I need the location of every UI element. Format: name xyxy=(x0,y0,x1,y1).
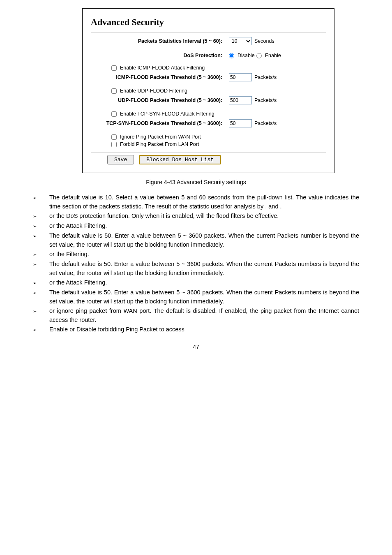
tcp-thresh-input[interactable] xyxy=(229,119,252,127)
bullet-item: ➢ or the Filtering. xyxy=(33,250,359,259)
document-page: Advanced Security Packets Statistics Int… xyxy=(0,0,392,358)
row-ignore-wan: Ignore Ping Packet From WAN Port xyxy=(91,133,326,141)
label-tcp-thresh: TCP-SYN-FLOOD Packets Threshold (5 ~ 360… xyxy=(91,120,229,126)
ignore-wan-label: Ignore Ping Packet From WAN Port xyxy=(120,134,201,140)
bullet-body: or the Filtering. xyxy=(49,250,359,259)
bullet-item: ➢ or the DoS protection function. Only w… xyxy=(33,211,359,221)
value-stats-interval: 10 Seconds xyxy=(229,37,274,45)
bullet-marker: ➢ xyxy=(33,211,49,221)
bullet-marker: ➢ xyxy=(33,278,49,288)
bullet-item: ➢ or the Attack Filtering. xyxy=(33,278,359,288)
row-icmp-enable: Enable ICMP-FLOOD Attack Filtering xyxy=(91,64,326,72)
bullet-body: or the Attack Filtering. xyxy=(49,221,359,231)
save-button[interactable]: Save xyxy=(107,155,134,164)
bullet-item: ➢ The default value is 50. Enter a value… xyxy=(33,288,359,306)
bullet-marker: ➢ xyxy=(33,231,49,250)
value-udp-thresh: Packets/s xyxy=(229,96,277,104)
icmp-enable-label: Enable ICMP-FLOOD Attack Filtering xyxy=(120,65,205,71)
dos-disable-option[interactable]: Disable xyxy=(229,53,255,58)
value-tcp-thresh: Packets/s xyxy=(229,119,277,127)
ignore-wan-checkbox[interactable] xyxy=(111,134,117,140)
stats-interval-unit: Seconds xyxy=(254,38,274,44)
bullet-marker: ➢ xyxy=(33,259,49,278)
value-icmp-thresh: Packets/s xyxy=(229,73,277,81)
dos-disable-radio[interactable] xyxy=(229,53,234,58)
bullet-body: The default value is 50. Enter a value b… xyxy=(49,259,359,278)
bullet-item: ➢ Enable or Disable forbidding Ping Pack… xyxy=(33,325,359,335)
bullet-marker: ➢ xyxy=(33,221,49,231)
button-row: Save Blocked Dos Host List xyxy=(91,155,326,164)
udp-enable-label: Enable UDP-FLOOD Filtering xyxy=(120,88,187,94)
bullet-item: ➢ or ignore ping packet from WAN port. T… xyxy=(33,306,359,325)
bullet-marker: ➢ xyxy=(33,288,49,306)
bullet-list: ➢ The default value is 10. Select a valu… xyxy=(33,193,359,335)
icmp-thresh-unit: Packets/s xyxy=(254,74,277,80)
dos-enable-option[interactable]: Enable xyxy=(256,53,281,58)
panel-title: Advanced Security xyxy=(91,17,326,28)
advanced-security-panel: Advanced Security Packets Statistics Int… xyxy=(82,8,334,173)
label-dos: DoS Protection: xyxy=(91,53,229,58)
row-tcp-threshold: TCP-SYN-FLOOD Packets Threshold (5 ~ 360… xyxy=(91,118,326,129)
divider xyxy=(91,152,326,153)
bullet-body: Enable or Disable forbidding Ping Packet… xyxy=(49,325,359,335)
dos-enable-label: Enable xyxy=(265,53,281,58)
udp-thresh-unit: Packets/s xyxy=(254,97,277,103)
bullet-body: or the DoS protection function. Only whe… xyxy=(49,211,359,221)
page-number: 47 xyxy=(33,344,359,350)
label-stats-interval: Packets Statistics Interval (5 ~ 60): xyxy=(91,38,229,44)
dos-disable-label: Disable xyxy=(238,53,255,58)
label-icmp-thresh: ICMP-FLOOD Packets Threshold (5 ~ 3600): xyxy=(91,74,229,80)
row-icmp-threshold: ICMP-FLOOD Packets Threshold (5 ~ 3600):… xyxy=(91,72,326,83)
bullet-item: ➢ The default value is 50. Enter a value… xyxy=(33,231,359,250)
bullet-marker: ➢ xyxy=(33,250,49,259)
row-udp-enable: Enable UDP-FLOOD Filtering xyxy=(91,87,326,95)
bullet-marker: ➢ xyxy=(33,306,49,325)
udp-enable-checkbox[interactable] xyxy=(111,88,117,94)
bullet-marker: ➢ xyxy=(33,325,49,335)
udp-thresh-input[interactable] xyxy=(229,96,252,104)
divider xyxy=(91,32,326,33)
bullet-body: The default value is 50. Enter a value b… xyxy=(49,288,359,306)
label-udp-thresh: UDP-FLOOD Packets Threshold (5 ~ 3600): xyxy=(91,97,229,103)
stats-interval-select[interactable]: 10 xyxy=(229,37,252,45)
bullet-item: ➢ The default value is 50. Enter a value… xyxy=(33,259,359,278)
row-dos-protection: DoS Protection: Disable Enable xyxy=(91,51,326,60)
bullet-body: The default value is 10. Select a value … xyxy=(49,193,359,211)
row-tcp-enable: Enable TCP-SYN-FLOOD Attack Filtering xyxy=(91,110,326,118)
bullet-item: ➢ The default value is 10. Select a valu… xyxy=(33,193,359,211)
blocked-dos-button[interactable]: Blocked Dos Host List xyxy=(139,155,221,164)
tcp-enable-checkbox[interactable] xyxy=(111,111,117,117)
forbid-lan-checkbox[interactable] xyxy=(111,142,117,147)
bullet-item: ➢ or the Attack Filtering. xyxy=(33,221,359,231)
bullet-body: The default value is 50. Enter a value b… xyxy=(49,231,359,250)
bullet-body: or ignore ping packet from WAN port. The… xyxy=(49,306,359,325)
forbid-lan-label: Forbid Ping Packet From LAN Port xyxy=(120,141,199,147)
row-udp-threshold: UDP-FLOOD Packets Threshold (5 ~ 3600): … xyxy=(91,95,326,106)
bullet-body: or the Attack Filtering. xyxy=(49,278,359,288)
row-stats-interval: Packets Statistics Interval (5 ~ 60): 10… xyxy=(91,35,326,47)
icmp-enable-checkbox[interactable] xyxy=(111,65,117,71)
row-forbid-lan: Forbid Ping Packet From LAN Port xyxy=(91,141,326,148)
bullet-marker: ➢ xyxy=(33,193,49,211)
dos-enable-radio[interactable] xyxy=(256,53,262,58)
icmp-thresh-input[interactable] xyxy=(229,73,252,81)
tcp-thresh-unit: Packets/s xyxy=(254,120,277,126)
tcp-enable-label: Enable TCP-SYN-FLOOD Attack Filtering xyxy=(120,111,214,117)
figure-caption: Figure 4-43 Advanced Security settings xyxy=(33,179,359,185)
dos-radio-group: Disable Enable xyxy=(229,53,281,58)
